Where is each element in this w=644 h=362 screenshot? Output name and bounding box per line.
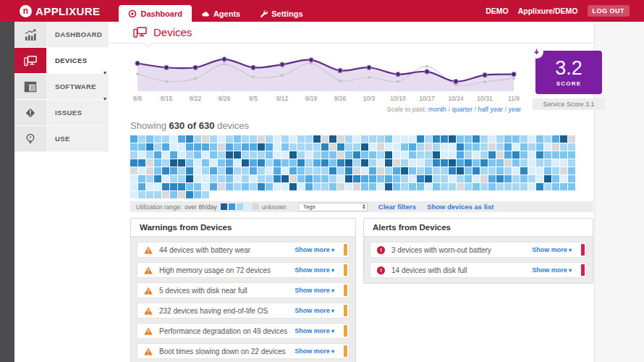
device-cell[interactable]	[170, 151, 177, 159]
device-cell[interactable]	[385, 159, 392, 167]
device-cell[interactable]	[457, 183, 464, 190]
device-cell[interactable]	[568, 167, 575, 174]
device-cell[interactable]	[289, 143, 297, 151]
device-cell[interactable]	[226, 167, 233, 174]
device-cell[interactable]	[496, 135, 504, 143]
device-cell[interactable]	[202, 175, 209, 182]
device-cell[interactable]	[154, 175, 161, 182]
device-cell[interactable]	[146, 151, 153, 159]
device-cell[interactable]	[353, 151, 360, 159]
alert-item[interactable]: 3 devices with worn-out battery Show mor…	[370, 242, 587, 258]
device-cell[interactable]	[178, 183, 185, 190]
device-cell[interactable]	[297, 183, 305, 190]
device-cell[interactable]	[321, 143, 329, 151]
device-cell[interactable]	[170, 175, 177, 182]
warning-item[interactable]: 5 devices with disk near full Show more	[137, 282, 349, 298]
device-cell[interactable]	[146, 183, 153, 190]
device-cell[interactable]	[385, 151, 392, 159]
device-cell[interactable]	[226, 159, 233, 167]
device-cell[interactable]	[146, 135, 153, 143]
device-cell[interactable]	[441, 159, 448, 167]
device-cell[interactable]	[473, 167, 480, 174]
device-cell[interactable]	[393, 183, 400, 190]
device-cell[interactable]	[353, 183, 360, 190]
device-cell[interactable]	[234, 183, 241, 190]
device-cell[interactable]	[560, 151, 567, 159]
device-cell[interactable]	[146, 167, 153, 174]
device-cell[interactable]	[488, 143, 496, 151]
device-cell[interactable]	[552, 175, 559, 182]
device-cell[interactable]	[130, 143, 137, 151]
device-cell[interactable]	[449, 183, 456, 190]
show-more-link[interactable]: Show more	[295, 266, 340, 274]
device-cell[interactable]	[313, 143, 321, 151]
device-cell[interactable]	[369, 183, 376, 190]
device-cell[interactable]	[536, 175, 543, 182]
device-cell[interactable]	[488, 175, 496, 182]
device-cell[interactable]	[425, 135, 432, 143]
device-cell[interactable]	[154, 191, 161, 198]
device-cell[interactable]	[568, 135, 575, 143]
device-cell[interactable]	[473, 143, 480, 151]
device-cell[interactable]	[186, 167, 193, 174]
tab-dashboard[interactable]: Dashboard	[119, 5, 191, 22]
device-cell[interactable]	[528, 143, 535, 151]
device-cell[interactable]	[401, 143, 408, 151]
device-cell[interactable]	[441, 151, 448, 159]
device-cell[interactable]	[496, 183, 504, 190]
device-cell[interactable]	[297, 135, 305, 143]
warning-item[interactable]: Performance degradation on 49 devices Sh…	[137, 323, 349, 339]
device-cell[interactable]	[409, 175, 416, 182]
device-cell[interactable]	[313, 151, 321, 159]
device-cell[interactable]	[377, 167, 384, 174]
device-cell[interactable]	[393, 167, 400, 174]
device-cell[interactable]	[305, 183, 313, 190]
device-cell[interactable]	[417, 183, 424, 190]
device-cell[interactable]	[369, 167, 376, 174]
device-cell[interactable]	[258, 135, 265, 143]
device-cell[interactable]	[289, 183, 297, 190]
device-cell[interactable]	[385, 143, 392, 151]
device-cell[interactable]	[218, 183, 225, 190]
device-cell[interactable]	[393, 151, 400, 159]
device-cell[interactable]	[504, 167, 512, 174]
device-cell[interactable]	[480, 167, 488, 174]
device-cell[interactable]	[154, 159, 161, 167]
device-cell[interactable]	[138, 159, 145, 167]
device-cell[interactable]	[313, 135, 321, 143]
device-cell[interactable]	[146, 143, 153, 151]
device-cell[interactable]	[337, 143, 344, 151]
device-cell[interactable]	[473, 159, 480, 167]
device-cell[interactable]	[250, 151, 257, 159]
device-cell[interactable]	[281, 135, 289, 143]
device-cell[interactable]	[281, 159, 289, 167]
device-cell[interactable]	[369, 143, 376, 151]
device-cell[interactable]	[425, 143, 432, 151]
device-cell[interactable]	[170, 167, 177, 174]
device-cell[interactable]	[329, 151, 336, 159]
device-cell[interactable]	[178, 191, 185, 198]
device-cell[interactable]	[536, 151, 543, 159]
device-cell[interactable]	[361, 135, 368, 143]
device-cell[interactable]	[552, 151, 559, 159]
device-cell[interactable]	[266, 183, 273, 190]
device-cell[interactable]	[250, 175, 257, 182]
device-cell[interactable]	[369, 135, 376, 143]
device-cell[interactable]	[345, 175, 352, 182]
device-cell[interactable]	[528, 135, 535, 143]
device-cell[interactable]	[138, 175, 145, 182]
device-cell[interactable]	[552, 143, 559, 151]
device-cell[interactable]	[146, 175, 153, 182]
device-cell[interactable]	[194, 151, 201, 159]
tags-select[interactable]: Tags	[298, 203, 368, 211]
device-cell[interactable]	[242, 143, 249, 151]
device-cell[interactable]	[449, 167, 456, 174]
device-cell[interactable]	[496, 151, 504, 159]
device-cell[interactable]	[130, 167, 137, 174]
device-cell[interactable]	[560, 143, 567, 151]
device-cell[interactable]	[568, 159, 575, 167]
device-cell[interactable]	[289, 135, 297, 143]
warning-item[interactable]: Boot times slowing down on 22 devices Sh…	[137, 343, 349, 359]
device-cell[interactable]	[234, 151, 241, 159]
device-cell[interactable]	[536, 143, 543, 151]
